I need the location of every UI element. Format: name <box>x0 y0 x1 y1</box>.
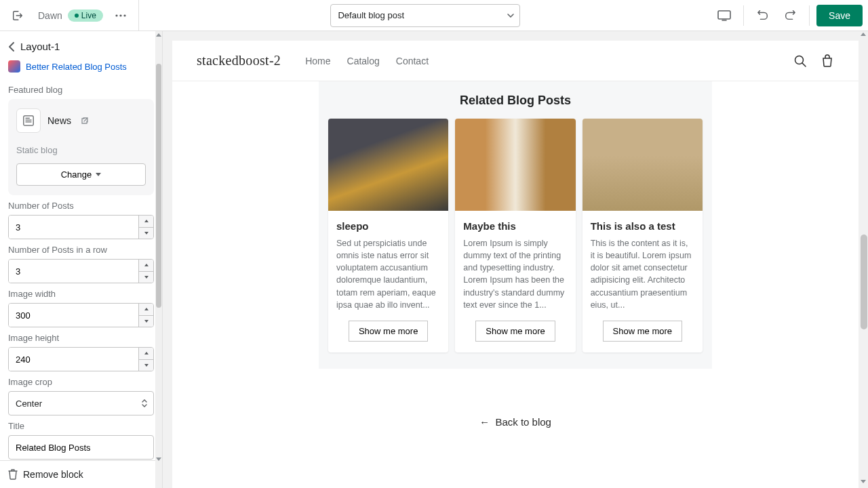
svg-rect-3 <box>718 11 730 19</box>
live-label: Live <box>81 11 96 20</box>
scroll-up-icon <box>155 31 162 38</box>
search-button[interactable] <box>793 54 807 68</box>
preview-scrollbar[interactable] <box>860 31 868 488</box>
post-excerpt: This is the content as it is, it is beau… <box>591 237 694 311</box>
scroll-down-icon <box>861 480 867 487</box>
caret-down-icon <box>96 173 101 176</box>
viewport-desktop-button[interactable] <box>712 3 736 28</box>
post-card: sleepo Sed ut perspiciatis unde omnis is… <box>328 119 448 352</box>
store-header: stackedboost-2 Home Catalog Contact <box>172 41 859 81</box>
num-posts-label: Number of Posts <box>8 201 154 211</box>
back-label: Back to blog <box>495 416 551 428</box>
preview-pane: stackedboost-2 Home Catalog Contact Rela… <box>163 31 868 488</box>
app-block-row[interactable]: Better Related Blog Posts <box>0 58 162 79</box>
chevron-left-icon <box>8 41 15 52</box>
featured-blog-label: Featured blog <box>8 85 154 95</box>
search-icon <box>793 54 807 68</box>
cart-icon <box>821 54 834 68</box>
static-blog-label: Static blog <box>16 145 146 155</box>
image-width-input[interactable] <box>8 303 154 327</box>
svg-point-0 <box>115 14 117 16</box>
external-link-icon[interactable] <box>81 117 89 125</box>
top-bar: Dawn Live Default blog post <box>0 0 868 31</box>
show-more-button[interactable]: Show me more <box>603 321 682 342</box>
app-icon <box>8 60 20 73</box>
decrement-button[interactable] <box>139 228 153 239</box>
decrement-button[interactable] <box>139 360 153 371</box>
trash-icon <box>8 469 18 480</box>
post-excerpt: Sed ut perspiciatis unde omnis iste natu… <box>336 237 440 311</box>
decrement-button[interactable] <box>139 316 153 327</box>
svg-point-2 <box>123 14 125 16</box>
increment-button[interactable] <box>139 304 153 316</box>
divider <box>743 5 744 26</box>
scroll-down-icon <box>155 455 162 462</box>
store-logo[interactable]: stackedboost-2 <box>197 53 281 68</box>
svg-rect-4 <box>24 116 33 125</box>
image-height-field[interactable] <box>9 348 138 371</box>
post-image[interactable] <box>455 119 575 211</box>
post-image[interactable] <box>583 119 703 211</box>
settings-sidebar: Layout-1 Better Related Blog Posts Featu… <box>0 31 163 488</box>
sidebar-scrollbar[interactable] <box>155 31 162 488</box>
featured-blog-card: News Static blog Change <box>8 99 154 195</box>
template-label: Default blog post <box>338 10 404 20</box>
scroll-thumb[interactable] <box>861 235 867 329</box>
more-actions-button[interactable] <box>111 6 130 25</box>
image-height-input[interactable] <box>8 347 154 371</box>
related-title: Related Blog Posts <box>319 94 712 108</box>
post-image[interactable] <box>328 119 448 211</box>
exit-editor-button[interactable] <box>5 3 30 28</box>
redo-button[interactable] <box>778 3 802 28</box>
svg-point-1 <box>119 14 121 16</box>
post-title[interactable]: Maybe this <box>463 220 567 232</box>
select-caret-icon <box>141 399 148 408</box>
remove-block-button[interactable]: Remove block <box>0 460 162 488</box>
app-name: Better Related Blog Posts <box>26 62 127 72</box>
image-height-label: Image height <box>8 333 154 343</box>
undo-button[interactable] <box>751 3 775 28</box>
blog-icon <box>16 108 41 133</box>
title-input[interactable] <box>8 435 154 460</box>
scroll-up-icon <box>861 33 867 39</box>
blog-name: News <box>47 115 71 126</box>
caret-down-icon <box>507 14 514 18</box>
section-title: Layout-1 <box>20 41 60 52</box>
nav-home[interactable]: Home <box>305 56 330 66</box>
scroll-thumb[interactable] <box>156 64 161 308</box>
post-title[interactable]: sleepo <box>336 220 440 232</box>
post-card: Maybe this Lorem Ipsum is simply dummy t… <box>455 119 575 352</box>
post-title[interactable]: This is also a test <box>591 220 694 232</box>
cart-button[interactable] <box>821 54 834 68</box>
increment-button[interactable] <box>139 348 153 360</box>
change-label: Change <box>61 169 92 180</box>
change-blog-button[interactable]: Change <box>16 163 146 186</box>
dots-icon <box>115 14 126 17</box>
num-per-row-input[interactable] <box>8 259 154 283</box>
arrow-left-icon: ← <box>479 416 490 428</box>
image-width-field[interactable] <box>9 304 138 327</box>
show-more-button[interactable]: Show me more <box>349 321 428 342</box>
nav-contact[interactable]: Contact <box>396 56 429 66</box>
template-select[interactable]: Default blog post <box>330 4 520 27</box>
back-to-blog-link[interactable]: ← Back to blog <box>172 416 859 428</box>
divider <box>809 5 810 26</box>
nav-catalog[interactable]: Catalog <box>347 56 380 66</box>
num-posts-field[interactable] <box>9 216 138 239</box>
num-posts-input[interactable] <box>8 215 154 239</box>
num-per-row-field[interactable] <box>9 260 138 283</box>
image-crop-select[interactable]: Center <box>8 391 154 415</box>
live-dot-icon <box>75 14 79 18</box>
image-width-label: Image width <box>8 289 154 299</box>
num-per-row-label: Number of Posts in a row <box>8 245 154 255</box>
show-more-button[interactable]: Show me more <box>475 321 555 342</box>
related-posts-section: Related Blog Posts sleepo Sed ut perspic… <box>319 81 712 369</box>
increment-button[interactable] <box>139 216 153 228</box>
desktop-icon <box>717 10 731 21</box>
increment-button[interactable] <box>139 260 153 272</box>
back-button[interactable] <box>8 41 15 52</box>
decrement-button[interactable] <box>139 272 153 283</box>
save-button[interactable]: Save <box>816 5 863 26</box>
undo-icon <box>757 9 769 22</box>
theme-name: Dawn <box>38 10 62 21</box>
